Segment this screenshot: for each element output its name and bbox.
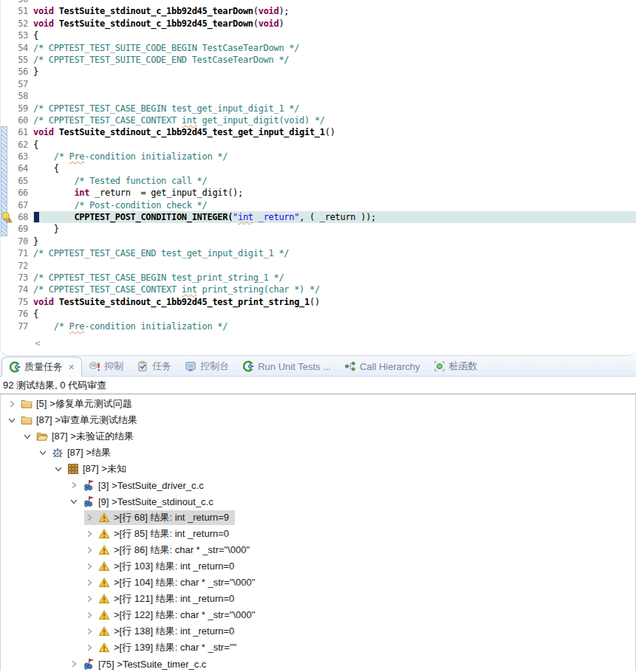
tree-item-content[interactable]: >[行 86] 结果: char * _str="\000" xyxy=(84,543,256,558)
code-text[interactable]: int _return = get_input_digit(); xyxy=(33,187,636,199)
code-line[interactable]: 68 CPPTEST_POST_CONDITION_INTEGER("int _… xyxy=(1,211,636,223)
code-text[interactable]: /* CPPTEST_TEST_SUITE_CODE_END TestCaseT… xyxy=(33,54,636,66)
tree-item-content[interactable]: [5] >修复单元测试问题 xyxy=(7,397,138,411)
code-text[interactable] xyxy=(33,0,636,5)
code-line[interactable]: 63 /* Pre-condition initialization */ xyxy=(1,151,636,162)
chevron-right-icon[interactable] xyxy=(84,642,95,653)
code-line[interactable]: 56} xyxy=(1,66,636,78)
code-text[interactable]: { xyxy=(33,308,636,320)
tree-item-content[interactable]: >[行 138] 结果: int _return=0 xyxy=(84,624,240,639)
tree-item-content[interactable]: >[行 68] 结果: int _return=9 xyxy=(84,510,235,525)
code-line[interactable]: 58 xyxy=(1,90,636,102)
code-text[interactable]: /* Tested function call */ xyxy=(33,175,636,187)
code-line[interactable]: 75void TestSuite_stdinout_c_1bb92d45_tes… xyxy=(1,296,636,308)
tree-item[interactable]: >[行 68] 结果: int _return=9 xyxy=(1,510,635,526)
tab-call-hierarchy[interactable]: Call Hierarchy xyxy=(338,357,427,376)
tree-item-content[interactable]: >[行 103] 结果: int _return=0 xyxy=(84,559,240,574)
code-text[interactable]: { xyxy=(33,30,636,41)
code-text[interactable]: } xyxy=(33,236,636,247)
tree-item[interactable]: >[行 122] 结果: char * _str="\000" xyxy=(1,607,635,623)
code-line[interactable]: 65 /* Tested function call */ xyxy=(1,175,636,187)
tab-suppressions[interactable]: 抑制 xyxy=(82,357,130,376)
code-line[interactable]: 54/* CPPTEST_TEST_SUITE_CODE_BEGIN TestC… xyxy=(1,42,636,54)
tree-item-content[interactable]: [87] >结果 xyxy=(38,445,117,460)
code-text[interactable]: void TestSuite_stdinout_c_1bb92d45_tearD… xyxy=(33,5,636,17)
tree-item-content[interactable]: [75] >TestSuite_timer_c.c xyxy=(69,656,212,671)
tree-item-content[interactable]: >[行 85] 结果: int _return=0 xyxy=(84,527,235,541)
tree-item[interactable]: [75] >TestSuite_timer_c.c xyxy=(1,656,635,671)
tree-item-content[interactable]: [9] >TestSuite_stdinout_c.c xyxy=(69,494,219,509)
tree-item[interactable]: >[行 104] 结果: char * _str="\000" xyxy=(1,575,635,591)
chevron-right-icon[interactable] xyxy=(84,529,95,539)
code-text[interactable]: void TestSuite_stdinout_c_1bb92d45_tearD… xyxy=(33,18,636,30)
code-line[interactable]: 51void TestSuite_stdinout_c_1bb92d45_tea… xyxy=(1,5,636,17)
horizontal-scrollbar[interactable]: < xyxy=(1,336,636,354)
chevron-right-icon[interactable] xyxy=(84,594,95,604)
code-text[interactable]: { xyxy=(33,139,636,151)
code-line[interactable]: 73/* CPPTEST_TEST_CASE_BEGIN test_print_… xyxy=(1,272,636,284)
code-line[interactable]: 62{ xyxy=(1,139,636,151)
chevron-down-icon[interactable] xyxy=(7,415,17,425)
code-line[interactable]: 57 xyxy=(1,78,636,90)
code-line[interactable]: 55/* CPPTEST_TEST_SUITE_CODE_END TestCas… xyxy=(1,54,636,66)
chevron-down-icon[interactable] xyxy=(22,431,33,442)
tab-stub-functions[interactable]: 桩函数 xyxy=(427,357,485,376)
tree-item-content[interactable]: >[行 139] 结果: char * _str="" xyxy=(84,640,242,655)
code-line[interactable]: 71/* CPPTEST_TEST_CASE_END test_get_inpu… xyxy=(1,247,636,259)
chevron-right-icon[interactable] xyxy=(69,659,79,669)
chevron-down-icon[interactable] xyxy=(38,448,48,458)
tree-item[interactable]: >[行 85] 结果: int _return=0 xyxy=(1,526,635,542)
tree-item[interactable]: [3] >TestSuite_driver_c.c xyxy=(1,477,635,493)
code-text[interactable] xyxy=(33,78,636,90)
chevron-right-icon[interactable] xyxy=(84,512,95,523)
chevron-right-icon[interactable] xyxy=(84,577,95,588)
code-text[interactable]: } xyxy=(33,66,636,78)
tree-item[interactable]: [87] >结果 xyxy=(1,445,635,461)
chevron-down-icon[interactable] xyxy=(53,464,64,474)
tree-item-content[interactable]: >[行 122] 结果: char * _str="\000" xyxy=(84,608,261,623)
code-line[interactable]: 69 } xyxy=(1,223,636,235)
code-line[interactable]: 74/* CPPTEST_TEST_CASE_CONTEXT int print… xyxy=(1,284,636,295)
tab-console[interactable]: 控制台 xyxy=(178,357,236,376)
chevron-right-icon[interactable] xyxy=(84,561,95,572)
code-text[interactable]: /* Pre-condition initialization */ xyxy=(33,151,636,162)
code-text[interactable]: /* CPPTEST_TEST_CASE_CONTEXT int get_inp… xyxy=(33,114,636,126)
code-line[interactable]: 53{ xyxy=(1,30,636,41)
code-line[interactable]: 66 int _return = get_input_digit(); xyxy=(1,187,636,199)
tree-item-content[interactable]: [3] >TestSuite_driver_c.c xyxy=(69,478,210,493)
chevron-right-icon[interactable] xyxy=(84,545,95,555)
code-line[interactable]: 59/* CPPTEST_TEST_CASE_BEGIN test_get_in… xyxy=(1,103,636,114)
code-lines[interactable]: 5051void TestSuite_stdinout_c_1bb92d45_t… xyxy=(1,0,636,332)
chevron-right-icon[interactable] xyxy=(84,610,95,620)
tree-item[interactable]: [87] >未验证的结果 xyxy=(1,428,635,445)
tree-item-content[interactable]: [87] >未知 xyxy=(53,462,132,476)
tree-item-content[interactable]: >[行 121] 结果: int _return=0 xyxy=(84,592,240,606)
tree-item[interactable]: >[行 138] 结果: int _return=0 xyxy=(1,623,635,640)
code-text[interactable]: /* CPPTEST_TEST_SUITE_CODE_BEGIN TestCas… xyxy=(33,42,636,54)
close-icon[interactable]: ✕ xyxy=(66,363,75,372)
results-tree[interactable]: [5] >修复单元测试问题[87] >审查单元测试结果[87] >未验证的结果[… xyxy=(0,394,636,671)
chevron-down-icon[interactable] xyxy=(69,496,79,507)
code-text[interactable]: } xyxy=(33,223,636,235)
tree-item[interactable]: [5] >修复单元测试问题 xyxy=(1,396,635,412)
tree-item-content[interactable]: [87] >审查单元测试结果 xyxy=(7,413,143,428)
code-line[interactable]: 76{ xyxy=(1,308,636,320)
code-text[interactable]: /* Post-condition check */ xyxy=(33,199,636,211)
code-line[interactable]: 72 xyxy=(1,260,636,272)
code-text[interactable]: /* CPPTEST_TEST_CASE_BEGIN test_get_inpu… xyxy=(33,103,636,114)
code-text[interactable] xyxy=(33,90,636,102)
tree-item[interactable]: >[行 103] 结果: int _return=0 xyxy=(1,558,635,575)
code-line[interactable]: 67 /* Post-condition check */ xyxy=(1,199,636,211)
code-line[interactable]: 50 xyxy=(1,0,636,5)
code-line[interactable]: 52void TestSuite_stdinout_c_1bb92d45_tea… xyxy=(1,18,636,30)
chevron-right-icon[interactable] xyxy=(7,399,17,409)
code-editor[interactable]: 5051void TestSuite_stdinout_c_1bb92d45_t… xyxy=(0,0,636,356)
tab-run-unit-tests[interactable]: Run Unit Tests ... xyxy=(236,357,338,376)
code-text[interactable]: void TestSuite_stdinout_c_1bb92d45_test_… xyxy=(33,126,636,138)
code-text[interactable]: void TestSuite_stdinout_c_1bb92d45_test_… xyxy=(33,296,636,308)
code-line[interactable]: 77 /* Pre-condition initialization */ xyxy=(1,320,636,332)
tree-item-content[interactable]: [87] >未验证的结果 xyxy=(22,429,140,444)
quickfix-lightbulb-icon[interactable] xyxy=(1,211,13,223)
code-text[interactable]: /* CPPTEST_TEST_CASE_END test_get_input_… xyxy=(33,247,636,259)
chevron-right-icon[interactable] xyxy=(84,626,95,637)
